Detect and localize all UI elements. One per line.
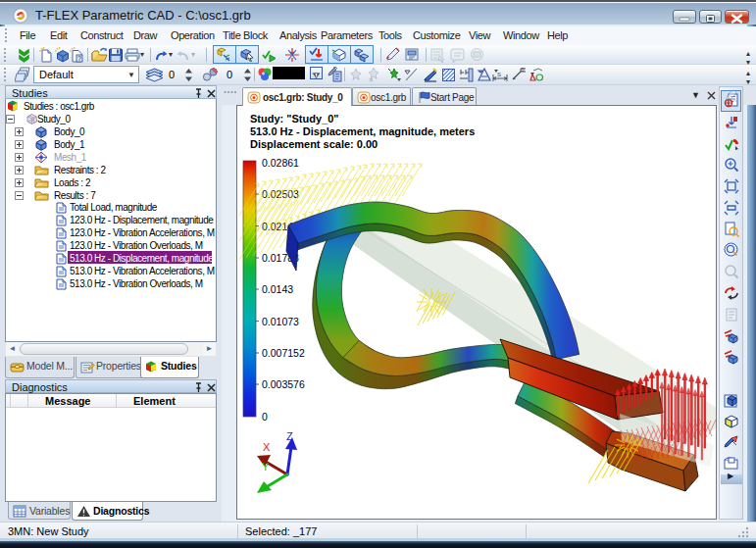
svg-text:0: 0 [262,411,268,423]
svg-text:Study: "Study_0": Study: "Study_0" [250,113,339,125]
svg-text:Displacement scale: 0.00: Displacement scale: 0.00 [250,138,378,150]
svg-text:X: X [263,441,271,453]
svg-text:0.0143: 0.0143 [262,283,293,295]
svg-text:513.0 Hz - Displacement, magni: 513.0 Hz - Displacement, magnitude, mete… [250,125,475,137]
svg-text:?: ? [77,55,81,62]
svg-text:Z: Z [286,430,293,442]
svg-text:0.007152: 0.007152 [262,347,305,359]
svg-text:5: 5 [522,67,525,73]
svg-text:0.003576: 0.003576 [262,378,305,390]
svg-text:Y: Y [262,461,270,473]
svg-text:S: S [497,72,501,77]
svg-text:0.02861: 0.02861 [262,157,299,169]
svg-text:0.01073: 0.01073 [262,316,299,327]
